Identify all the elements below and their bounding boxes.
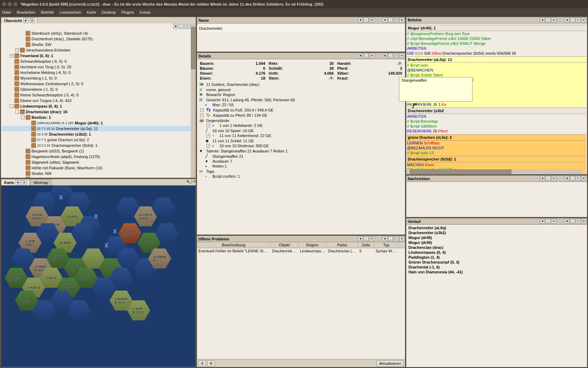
detail-row[interactable]: 📦Gegenstände xyxy=(198,118,404,123)
overview-tab[interactable]: Übersicht▾× xyxy=(1,17,38,23)
minimize-icon[interactable]: _ xyxy=(570,219,575,224)
expand-icon[interactable]: - xyxy=(15,110,19,114)
close-window-icon[interactable] xyxy=(2,2,6,6)
tree-node[interactable]: -Drachenclan (drac): 16 xyxy=(2,109,195,115)
expand-icon[interactable]: + xyxy=(206,144,210,148)
detail-row[interactable]: +▪10 von 10 Streitross: 500 GE xyxy=(198,143,404,148)
tree-node[interactable]: 21 7 1 22 10Drachenreiter (aL0q): 11 xyxy=(2,126,195,131)
detail-row[interactable]: 🐲11 Goblins, Drachenclan (drac) xyxy=(198,82,404,87)
close-icon[interactable]: × xyxy=(22,180,27,185)
command-line[interactable]: @BEZAHLEN NICHT xyxy=(407,145,586,150)
pin-icon[interactable]: ▾ xyxy=(173,24,178,29)
close-panel-icon[interactable]: × xyxy=(399,236,404,241)
minimize-icon[interactable]: _ xyxy=(570,18,575,22)
minimap-tab[interactable]: Minimap xyxy=(30,179,51,185)
maximize-icon[interactable]: □ xyxy=(394,236,399,241)
detail-row[interactable]: ♥Ausdauer 7 xyxy=(198,159,404,164)
dropdown-icon[interactable]: ▾ xyxy=(540,219,545,224)
map-tab[interactable]: Karte▾× xyxy=(1,179,30,185)
dropdown-icon[interactable]: ▾ xyxy=(540,18,545,22)
close-panel-icon[interactable]: × xyxy=(581,176,586,181)
close-icon[interactable]: × xyxy=(369,53,374,58)
menu-befehle[interactable]: Befehle xyxy=(41,10,54,14)
history-item[interactable]: Drachenclan (drac) xyxy=(407,245,586,250)
close-panel-icon[interactable]: × xyxy=(581,18,586,22)
dropdown-icon[interactable]: ▾ xyxy=(23,18,28,23)
pin-icon[interactable]: ▾ xyxy=(383,53,387,58)
menu-karte[interactable]: Karte xyxy=(87,10,96,14)
column-header[interactable]: Beschreibung xyxy=(197,242,271,248)
command-line[interactable]: // $cript auto xyxy=(407,63,586,68)
maximize-icon[interactable]: □ xyxy=(191,179,194,183)
maximize-icon[interactable]: □ xyxy=(184,24,189,29)
window-titlebar[interactable]: *Magellan 2.0.6 (build 598) [current2.cr… xyxy=(0,0,588,8)
history-item[interactable]: Grüner Drachensumpf (0, 3) xyxy=(407,260,586,265)
tree-node[interactable]: +Feuerland (0, 6): 1 xyxy=(2,53,195,59)
pin-icon[interactable]: ▾ xyxy=(565,219,569,224)
command-line[interactable]: RESERVIERE JE 1 Ke xyxy=(407,102,586,107)
expand-icon[interactable]: + xyxy=(200,114,204,117)
minimize-icon[interactable]: _ xyxy=(388,236,393,241)
column-header[interactable]: Region xyxy=(299,242,327,248)
detail-row[interactable]: +▪1 von 1 Hellebarde: 2 GE xyxy=(198,123,404,128)
refresh-button[interactable]: Aktualisieren xyxy=(377,360,404,367)
close-panel-icon[interactable]: × xyxy=(399,53,404,58)
close-icon[interactable]: × xyxy=(369,18,374,22)
tree-node[interactable]: 149014(142508) 41 1 225Mogur (dr46): 1 xyxy=(2,120,195,126)
expand-icon[interactable]: + xyxy=(15,48,19,52)
dropdown-icon[interactable]: ▾ xyxy=(358,18,363,22)
tree-node[interactable]: -Lindwurmpass (0, 4): 1 xyxy=(2,103,195,109)
detail-row[interactable]: ⚖Gewicht: 611, Ladung 45, Pferde: 500, P… xyxy=(198,97,404,102)
minimize-icon[interactable]: _ xyxy=(388,53,393,58)
tree-node[interactable]: +Verschwundene Einheiten xyxy=(2,47,195,53)
unit-header[interactable]: Mogur (dr46): 1 xyxy=(407,25,586,31)
expand-icon[interactable]: + xyxy=(10,54,13,57)
close-icon[interactable]: × xyxy=(551,176,556,181)
detail-row[interactable]: ▫$cript.confirm: 1 xyxy=(198,174,404,179)
history-list[interactable]: Drachenreiter (aL0q)Drachenreiter (s3b2)… xyxy=(406,225,587,367)
maximize-window-icon[interactable] xyxy=(13,2,18,6)
pin-icon[interactable]: ▾ xyxy=(565,176,569,181)
close-icon[interactable]: × xyxy=(369,236,374,241)
unit-details-tree[interactable]: 🐲11 Goblins, Drachenclan (drac)⚔vorne, g… xyxy=(198,82,404,179)
close-panel-icon[interactable]: × xyxy=(399,18,404,22)
command-line[interactable]: // @suppressProblem Burg leer i5yw xyxy=(407,31,586,36)
detail-row[interactable]: ◉11 von 11 Schild: 11 GE xyxy=(198,138,404,143)
detail-row[interactable]: +👣Kapazität zu Fuß: 203,4 / 248,4 GE xyxy=(198,107,404,113)
maximize-icon[interactable]: □ xyxy=(576,176,581,181)
dropdown-icon[interactable]: ▾ xyxy=(540,176,545,181)
expand-icon[interactable]: - xyxy=(21,116,24,119)
command-line[interactable]: // $cript Benoetige xyxy=(407,119,586,124)
tree-node[interactable]: Höhle mit Palisade (i5yw), Wachturm (10) xyxy=(2,165,195,171)
dropdown-icon[interactable]: ▾ xyxy=(15,180,20,185)
history-item[interactable]: Drachenreiter (aL0q) xyxy=(407,225,586,230)
dropdown-icon[interactable]: ▾ xyxy=(358,53,363,58)
column-header[interactable]: Objekt xyxy=(271,242,299,248)
hex-map[interactable]: 23 F/W/19/1812 A/Mb6 A/M b23 F/W B/19/18… xyxy=(1,185,196,367)
command-line[interactable]: MACHEN Eisen xyxy=(407,162,586,167)
pin-icon[interactable]: ▾ xyxy=(383,236,387,241)
unit-header[interactable]: Drachenreiter (aL0q): 11 xyxy=(407,56,586,63)
maximize-icon[interactable]: □ xyxy=(394,53,399,58)
detail-row[interactable]: ╱10 von 10 Speer: 10 GE xyxy=(198,128,404,133)
detail-row[interactable]: ★Talente: Stangenwaffen 21 Ausdauer 7 Re… xyxy=(198,148,404,154)
unit-header[interactable]: grüne Drachen (xL5e): 2 xyxy=(407,134,586,141)
command-line[interactable]: LERNEN Schiffbau xyxy=(407,141,586,145)
pin-icon[interactable]: ▾ xyxy=(383,18,387,22)
command-line[interactable]: // cript BenoetigeFremd s3b2 10000 22800… xyxy=(407,36,586,41)
detail-row[interactable]: +🐎Kapazität zu Pferd: 89 / 134 GE xyxy=(198,113,404,118)
detail-row[interactable]: +▫11 von 11 Kettenhemd: 22 GE xyxy=(198,133,404,138)
tree-node[interactable]: Glitzerebene (-1, 5): 0 xyxy=(2,87,195,92)
menu-desktop[interactable]: Desktop xyxy=(102,10,115,14)
unit-name-input[interactable] xyxy=(198,24,404,33)
detail-row[interactable]: 👁Bewacht: Region xyxy=(198,92,404,97)
detail-row[interactable]: ▪Reiten 1 xyxy=(198,164,404,169)
minimize-icon[interactable]: _ xyxy=(179,24,184,29)
maximize-icon[interactable]: □ xyxy=(576,219,581,224)
minimize-icon[interactable]: _ xyxy=(546,176,551,181)
tree-node[interactable]: -Besitzer: 1 xyxy=(2,115,195,120)
region-tree[interactable]: Steinbruch (sh5y), Steinbruch (4)Drachen… xyxy=(1,30,196,178)
menu-bearbeiten[interactable]: Bearbeiten xyxy=(17,10,35,14)
dropdown-icon[interactable]: ▾ xyxy=(358,236,363,241)
minimize-window-icon[interactable] xyxy=(8,2,12,6)
